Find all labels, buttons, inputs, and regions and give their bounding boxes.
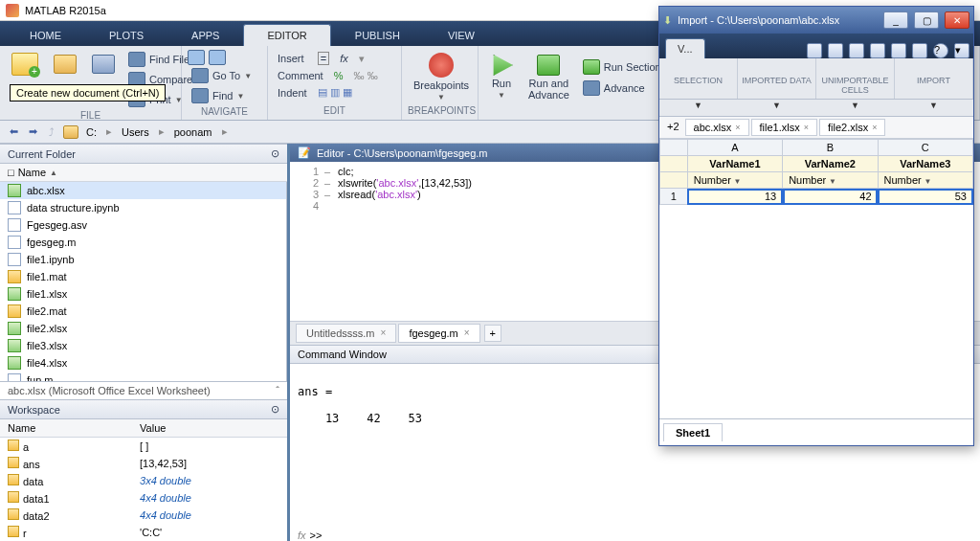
add-tab-button[interactable]: +	[484, 325, 501, 342]
tab-apps[interactable]: APPS	[167, 24, 243, 46]
close-icon[interactable]: ×	[381, 327, 387, 338]
import-icon: ⬇	[663, 14, 672, 27]
file-row[interactable]: fgesgeg.m	[0, 234, 286, 251]
workspace-row[interactable]: data3x4 double	[0, 472, 287, 489]
breakpoints-button[interactable]: Breakpoints▼	[408, 50, 475, 104]
breadcrumb-segment[interactable]: poonam	[170, 124, 216, 140]
breadcrumb-segment[interactable]: Users	[118, 124, 153, 140]
file-row[interactable]: Fgesgeg.asv	[0, 216, 286, 234]
col-name[interactable]: Name	[0, 419, 132, 438]
minimize-button[interactable]: _	[883, 11, 908, 29]
import-file-tab[interactable]: file1.xlsx ×	[751, 119, 817, 136]
run-section-button[interactable]: Run Section	[579, 57, 665, 77]
file-row[interactable]: fun.m	[0, 372, 286, 381]
qat-icon[interactable]	[807, 43, 822, 58]
qat-icon[interactable]	[828, 43, 843, 58]
qat-icon[interactable]	[849, 43, 864, 58]
import-section[interactable]: SELECTION	[659, 58, 738, 99]
qat-menu-icon[interactable]: ▾	[954, 43, 969, 58]
import-title: Import - C:\Users\poonam\abc.xlsx	[678, 14, 878, 26]
nav-up-button[interactable]: ⤴	[44, 124, 59, 140]
workspace-row[interactable]: data24x4 double	[0, 507, 287, 524]
import-section[interactable]: IMPORTED DATA	[738, 58, 816, 99]
panel-menu-button[interactable]: ⊙	[271, 147, 279, 160]
run-advance-icon	[537, 55, 560, 76]
breadcrumb[interactable]: C:▸Users▸poonam▸	[82, 124, 232, 140]
file-row[interactable]: abc.xlsx	[0, 182, 286, 199]
import-file-tab[interactable]: abc.xlsx ×	[685, 119, 749, 136]
file-row[interactable]: data structure.ipynb	[0, 199, 286, 216]
insert-button[interactable]: Insert = fx ▾	[274, 50, 395, 67]
folder-icon	[63, 125, 78, 139]
panel-menu-button[interactable]: ⊙	[271, 403, 279, 416]
nav-forward-button[interactable]: ➡	[25, 124, 40, 140]
close-icon[interactable]: ×	[804, 123, 809, 132]
find-button[interactable]: Find ▼	[188, 86, 261, 105]
qat-help-icon[interactable]: ?	[933, 43, 948, 58]
file-row[interactable]: file3.xlsx	[0, 337, 286, 354]
import-section[interactable]: UNIMPORTABLE CELLS	[816, 58, 895, 99]
workspace-row[interactable]: r'C:C'	[0, 524, 287, 541]
file-row[interactable]: file1.ipynb	[0, 251, 286, 268]
command-prompt[interactable]: fx>>	[290, 530, 980, 541]
tab-plots[interactable]: PLOTS	[85, 24, 167, 46]
goto-button[interactable]: Go To ▼	[188, 66, 261, 85]
nav-back-icon[interactable]	[188, 50, 205, 65]
collapse-icon[interactable]: ˆ	[276, 385, 279, 396]
qat-icon[interactable]	[891, 43, 906, 58]
new-button[interactable]: +	[6, 50, 44, 79]
workspace-table: NameValue a[ ]ans[13,42,53]data3x4 doubl…	[0, 419, 287, 541]
import-tab-variable[interactable]: V...	[665, 38, 705, 58]
editor-tab[interactable]: Untitledssss.m ×	[296, 324, 396, 343]
close-icon[interactable]: ×	[872, 123, 877, 132]
range-label: +2	[663, 119, 683, 136]
run-icon	[490, 55, 513, 76]
workspace-row[interactable]: a[ ]	[0, 438, 287, 456]
tab-view[interactable]: VIEW	[424, 24, 499, 46]
workspace-row[interactable]: data14x4 double	[0, 489, 287, 507]
import-file-tabs: +2 abc.xlsx ×file1.xlsx ×file2.xlsx ×	[659, 117, 973, 139]
breadcrumb-segment[interactable]: C:	[82, 124, 100, 140]
file-icon	[8, 304, 21, 318]
sheet-tab[interactable]: Sheet1	[663, 423, 723, 441]
advance-button[interactable]: Advance	[579, 79, 665, 98]
run-button[interactable]: Run▼	[484, 50, 519, 104]
qat-icon[interactable]	[870, 43, 885, 58]
col-value[interactable]: Value	[132, 419, 287, 438]
file-row[interactable]: file1.xlsx	[0, 285, 286, 303]
run-advance-button[interactable]: Run and Advance	[523, 50, 575, 104]
close-icon[interactable]: ×	[464, 327, 470, 338]
nav-back-button[interactable]: ⬅	[6, 124, 21, 140]
comment-button[interactable]: Comment % ‰ ‰	[274, 68, 395, 83]
import-sheet-tabs: Sheet1	[659, 419, 973, 445]
workspace-row[interactable]: ans[13,42,53]	[0, 455, 287, 472]
left-panel: Current Folder⊙ □ Name ▲ abc.xlsxdata st…	[0, 144, 287, 541]
tab-editor[interactable]: EDITOR	[243, 24, 330, 46]
file-icon	[8, 287, 21, 301]
import-titlebar[interactable]: ⬇ Import - C:\Users\poonam\abc.xlsx _ ▢ …	[659, 7, 973, 34]
nav-fwd-icon[interactable]	[209, 50, 226, 65]
save-button[interactable]	[86, 50, 121, 79]
close-icon[interactable]: ×	[735, 123, 740, 132]
tab-home[interactable]: HOME	[6, 24, 85, 46]
editor-icon: 📝	[298, 147, 311, 159]
close-button[interactable]: ✕	[945, 11, 969, 29]
import-grid[interactable]: ABC VarName1VarName2VarName3 Number ▼Num…	[659, 139, 973, 419]
editor-tab[interactable]: fgesgeg.m ×	[398, 324, 479, 343]
current-folder-title: Current Folder⊙	[0, 144, 287, 164]
file-row[interactable]: file1.mat	[0, 268, 286, 285]
file-icon	[8, 356, 21, 370]
workspace-title: Workspace⊙	[0, 399, 287, 419]
open-button[interactable]	[48, 50, 82, 79]
file-list-header[interactable]: □ Name ▲	[0, 164, 287, 182]
tab-publish[interactable]: PUBLISH	[331, 24, 424, 46]
file-row[interactable]: file4.xlsx	[0, 354, 286, 372]
file-icon	[8, 236, 21, 249]
import-section[interactable]: IMPORT	[895, 58, 973, 99]
file-row[interactable]: file2.mat	[0, 303, 286, 320]
qat-icon[interactable]	[912, 43, 927, 58]
maximize-button[interactable]: ▢	[914, 11, 939, 29]
import-file-tab[interactable]: file2.xlsx ×	[819, 119, 885, 136]
indent-button[interactable]: Indent ▤ ▥ ▦	[274, 84, 395, 101]
file-row[interactable]: file2.xlsx	[0, 320, 286, 337]
